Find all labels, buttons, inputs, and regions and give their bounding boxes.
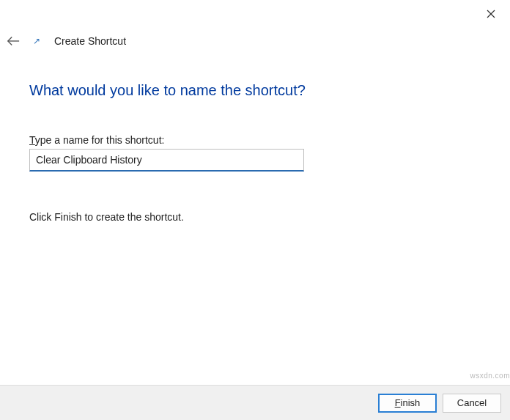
shortcut-name-label: Type a name for this shortcut: bbox=[29, 134, 481, 146]
back-arrow-icon bbox=[7, 36, 20, 46]
instruction-text: Click Finish to create the shortcut. bbox=[29, 211, 481, 223]
window-title: Create Shortcut bbox=[54, 35, 126, 47]
finish-label-rest: inish bbox=[401, 397, 421, 408]
shortcut-name-input[interactable] bbox=[29, 149, 304, 172]
label-access-key: T bbox=[29, 134, 35, 146]
finish-access-key: F bbox=[395, 397, 401, 408]
shortcut-icon: ↗ bbox=[31, 35, 42, 47]
footer-bar: Finish Cancel bbox=[0, 385, 510, 420]
label-text: ype a name for this shortcut: bbox=[35, 134, 165, 146]
cancel-button[interactable]: Cancel bbox=[443, 394, 501, 413]
back-button[interactable] bbox=[4, 32, 22, 50]
watermark: wsxdn.com bbox=[470, 372, 510, 380]
header-bar: ↗ Create Shortcut bbox=[0, 0, 510, 50]
cancel-label: Cancel bbox=[457, 397, 487, 408]
page-heading: What would you like to name the shortcut… bbox=[29, 82, 481, 99]
close-button[interactable] bbox=[479, 3, 503, 26]
close-icon bbox=[487, 9, 495, 21]
main-content: What would you like to name the shortcut… bbox=[0, 50, 510, 223]
finish-button[interactable]: Finish bbox=[378, 394, 437, 413]
